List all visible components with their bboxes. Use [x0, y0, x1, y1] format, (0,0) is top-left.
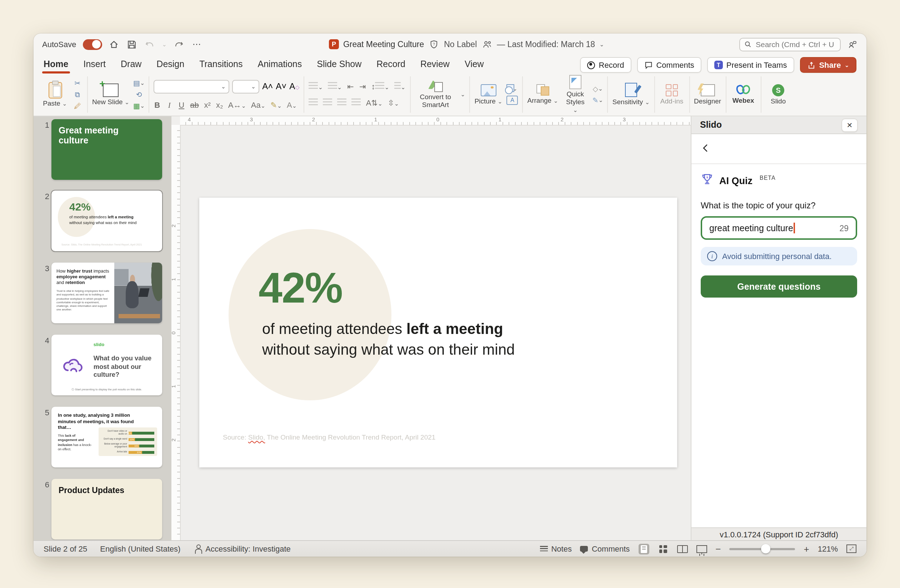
thumbnail-slide-5[interactable]: In one study, analysing 3 million minute…	[51, 407, 162, 467]
decrease-indent-icon[interactable]: ⇤	[347, 82, 354, 91]
cut-icon[interactable]: ✂	[72, 79, 83, 88]
new-slide-button[interactable]: New Slide ⌄	[92, 83, 129, 106]
close-panel-button[interactable]: ✕	[841, 118, 858, 132]
format-painter-icon[interactable]: 🖉	[72, 101, 83, 111]
slide-source[interactable]: Source: Slido, The Online Meeting Revolu…	[223, 433, 435, 441]
subscript-button[interactable]: x₂	[216, 101, 223, 109]
home-icon[interactable]	[108, 39, 119, 50]
tab-transitions[interactable]: Transitions	[199, 56, 242, 73]
thumbnail-slide-2[interactable]: 42% of meeting attendees left a meeting …	[51, 190, 162, 251]
numbering-icon[interactable]: ⌄	[328, 82, 342, 91]
align-text-vertical-icon[interactable]: ⇳⌄	[388, 98, 399, 107]
arrange-button[interactable]: Arrange ⌄	[528, 84, 558, 105]
highlight-color-icon[interactable]: ✎⌄	[270, 100, 282, 110]
italic-button[interactable]: I	[166, 101, 173, 109]
thumbnail-slide-6[interactable]: Product Updates	[51, 479, 162, 540]
slide-stat[interactable]: 42%	[259, 263, 342, 313]
align-left-icon[interactable]	[309, 99, 318, 107]
tab-slide-show[interactable]: Slide Show	[317, 56, 362, 73]
designer-button[interactable]: Designer	[694, 84, 721, 105]
strikethrough-button[interactable]: ab	[190, 101, 199, 109]
sensitivity-label-status[interactable]: No Label	[444, 40, 477, 48]
font-color-icon[interactable]: A⌄	[287, 101, 297, 109]
slide-canvas[interactable]: 42% of meeting attendees left a meeting …	[199, 198, 677, 467]
webex-button[interactable]: Webex	[730, 85, 756, 105]
slide-line-2[interactable]: without saying what was on their mind	[262, 341, 515, 358]
section-icon[interactable]: ▦⌄	[133, 101, 144, 111]
tab-record[interactable]: Record	[376, 56, 405, 73]
font-size-select[interactable]: ⌄	[232, 80, 259, 93]
increase-indent-icon[interactable]: ⇥	[359, 82, 366, 91]
feedback-icon[interactable]	[846, 39, 858, 50]
thumbnail-slide-3[interactable]: How higher trust impacts employee engage…	[51, 263, 162, 323]
search-box[interactable]	[739, 37, 841, 51]
convert-to-smartart-button[interactable]: Convert to SmartArt	[414, 80, 456, 109]
present-in-teams-button[interactable]: TPresent in Teams	[707, 57, 794, 73]
sensitivity-button[interactable]: Sensitivity ⌄	[613, 83, 650, 106]
addins-button[interactable]: Add-ins	[659, 84, 684, 105]
text-direction-icon[interactable]: A⇅⌄	[366, 98, 383, 107]
superscript-button[interactable]: x²	[204, 101, 211, 109]
tab-review[interactable]: Review	[421, 56, 450, 73]
redo-icon[interactable]	[173, 39, 185, 50]
comments-toggle[interactable]: Comments	[580, 545, 630, 553]
layout-icon[interactable]: ▤⌄	[133, 79, 144, 88]
character-spacing-icon[interactable]: A↔⌄	[228, 101, 246, 109]
title-chevron-icon[interactable]: ⌄	[599, 41, 604, 48]
paste-button[interactable]: Paste ⌄	[42, 82, 68, 107]
comments-button[interactable]: Comments	[637, 57, 701, 73]
more-commands-icon[interactable]: ⋯	[191, 39, 203, 50]
bullets-icon[interactable]: ⌄	[309, 82, 323, 91]
line-spacing-icon[interactable]: ↕⌄	[371, 82, 389, 91]
zoom-out-button[interactable]: −	[715, 543, 721, 554]
underline-button[interactable]: U	[178, 101, 185, 109]
tab-animations[interactable]: Animations	[258, 56, 302, 73]
justify-icon[interactable]	[352, 99, 361, 107]
slide-sorter-view-button[interactable]	[658, 543, 668, 554]
generate-questions-button[interactable]: Generate questions	[701, 275, 857, 297]
thumbnail-slide-1[interactable]: Great meeting culture	[51, 119, 162, 180]
quiz-topic-input[interactable]: great meeting culture 29	[701, 216, 857, 240]
zoom-level[interactable]: 121%	[818, 545, 838, 553]
shape-fill-icon[interactable]: ◇⌄	[593, 84, 603, 93]
fit-to-window-icon[interactable]: ⤢	[846, 545, 857, 553]
normal-view-button[interactable]	[638, 543, 649, 554]
copy-icon[interactable]: ⧉	[72, 90, 83, 99]
slide-counter[interactable]: Slide 2 of 25	[43, 545, 87, 553]
clear-formatting-icon[interactable]: A◇	[289, 81, 299, 91]
tab-draw[interactable]: Draw	[121, 56, 141, 73]
notes-toggle[interactable]: Notes	[540, 545, 572, 553]
grow-font-icon[interactable]: A˄	[262, 81, 273, 91]
reset-icon[interactable]: ⟲	[133, 90, 144, 99]
shapes-icon[interactable]: ⌄	[507, 84, 517, 93]
zoom-slider-knob[interactable]	[761, 544, 770, 553]
language-selector[interactable]: English (United States)	[100, 545, 180, 553]
align-right-icon[interactable]	[337, 99, 347, 107]
bold-button[interactable]: B	[154, 101, 161, 109]
shrink-font-icon[interactable]: A˅	[276, 81, 286, 91]
columns-icon[interactable]: ⌄	[394, 82, 405, 91]
undo-icon[interactable]	[144, 39, 155, 50]
thumbnail-slide-4[interactable]: slido What do you value most about our c…	[51, 335, 162, 395]
accessibility-status[interactable]: Accessibility: Investigate	[193, 545, 290, 553]
picture-button[interactable]: Picture ⌄	[475, 84, 503, 105]
quick-styles-button[interactable]: Quick Styles ⌄	[563, 75, 588, 114]
zoom-in-button[interactable]: +	[804, 543, 809, 554]
back-icon[interactable]	[701, 142, 710, 155]
tab-view[interactable]: View	[465, 56, 484, 73]
slideshow-button[interactable]	[696, 543, 707, 554]
search-input[interactable]	[754, 39, 836, 49]
shape-outline-icon[interactable]: ✎⌄	[593, 96, 603, 105]
slido-button[interactable]: S Slido	[765, 84, 791, 105]
zoom-slider[interactable]	[730, 548, 795, 550]
change-case-icon[interactable]: Aa⌄	[251, 101, 265, 109]
slide-line-1[interactable]: of meeting attendees left a meeting	[262, 320, 503, 337]
undo-chevron-icon[interactable]: ⌄	[162, 41, 166, 48]
save-icon[interactable]	[126, 39, 138, 50]
record-button[interactable]: Record	[580, 57, 632, 73]
document-title[interactable]: Great Meeting Culture	[343, 40, 424, 48]
autosave-toggle[interactable]	[82, 39, 102, 50]
tab-insert[interactable]: Insert	[83, 56, 106, 73]
tab-home[interactable]: Home	[43, 56, 68, 73]
tab-design[interactable]: Design	[157, 56, 184, 73]
